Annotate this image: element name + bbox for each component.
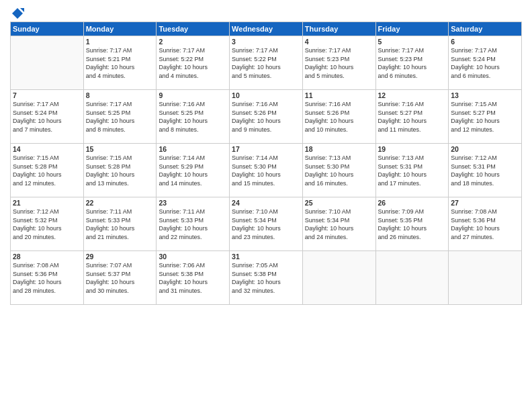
day-number: 7: [13, 91, 81, 99]
day-number: 23: [159, 199, 227, 207]
day-info: Sunrise: 7:17 AM Sunset: 5:24 PM Dayligh…: [13, 100, 81, 134]
day-number: 9: [159, 91, 227, 99]
day-info: Sunrise: 7:14 AM Sunset: 5:30 PM Dayligh…: [232, 154, 300, 187]
day-number: 17: [232, 145, 300, 153]
calendar-cell: 1Sunrise: 7:17 AM Sunset: 5:21 PM Daylig…: [83, 36, 157, 90]
day-info: Sunrise: 7:17 AM Sunset: 5:25 PM Dayligh…: [86, 100, 154, 134]
calendar-cell: 17Sunrise: 7:14 AM Sunset: 5:30 PM Dayli…: [230, 144, 303, 197]
day-info: Sunrise: 7:16 AM Sunset: 5:26 PM Dayligh…: [305, 100, 373, 134]
calendar-cell: 9Sunrise: 7:16 AM Sunset: 5:25 PM Daylig…: [157, 90, 230, 144]
calendar-cell: 7Sunrise: 7:17 AM Sunset: 5:24 PM Daylig…: [11, 90, 84, 144]
calendar-cell: [11, 36, 84, 90]
day-number: 22: [86, 199, 154, 207]
header: [10, 7, 522, 17]
day-number: 13: [451, 91, 519, 99]
day-number: 11: [305, 91, 373, 99]
calendar-header-sunday: Sunday: [11, 22, 84, 36]
calendar-cell: 16Sunrise: 7:14 AM Sunset: 5:29 PM Dayli…: [157, 144, 230, 197]
day-number: 4: [305, 38, 373, 46]
calendar-week-row: 21Sunrise: 7:12 AM Sunset: 5:32 PM Dayli…: [11, 197, 522, 251]
calendar-week-row: 7Sunrise: 7:17 AM Sunset: 5:24 PM Daylig…: [11, 90, 522, 144]
calendar-cell: 3Sunrise: 7:17 AM Sunset: 5:22 PM Daylig…: [230, 36, 303, 90]
calendar-cell: [375, 251, 449, 305]
calendar-header-wednesday: Wednesday: [230, 22, 303, 36]
day-info: Sunrise: 7:13 AM Sunset: 5:30 PM Dayligh…: [305, 154, 373, 187]
day-number: 3: [232, 38, 300, 46]
day-number: 10: [232, 91, 300, 99]
day-info: Sunrise: 7:17 AM Sunset: 5:22 PM Dayligh…: [232, 46, 300, 80]
day-info: Sunrise: 7:17 AM Sunset: 5:22 PM Dayligh…: [159, 46, 227, 80]
day-number: 24: [232, 199, 300, 207]
calendar-cell: 31Sunrise: 7:05 AM Sunset: 5:38 PM Dayli…: [230, 251, 303, 305]
calendar-cell: 28Sunrise: 7:08 AM Sunset: 5:36 PM Dayli…: [11, 251, 84, 305]
calendar-cell: 19Sunrise: 7:13 AM Sunset: 5:31 PM Dayli…: [375, 144, 449, 197]
day-number: 1: [86, 38, 154, 46]
calendar-cell: 8Sunrise: 7:17 AM Sunset: 5:25 PM Daylig…: [83, 90, 157, 144]
day-info: Sunrise: 7:11 AM Sunset: 5:33 PM Dayligh…: [86, 208, 154, 241]
calendar-cell: [449, 251, 522, 305]
calendar-week-row: 28Sunrise: 7:08 AM Sunset: 5:36 PM Dayli…: [11, 251, 522, 305]
day-info: Sunrise: 7:12 AM Sunset: 5:31 PM Dayligh…: [451, 154, 519, 187]
calendar-cell: 25Sunrise: 7:10 AM Sunset: 5:34 PM Dayli…: [302, 197, 375, 251]
day-info: Sunrise: 7:15 AM Sunset: 5:28 PM Dayligh…: [13, 154, 81, 187]
day-number: 8: [86, 91, 154, 99]
calendar-header-saturday: Saturday: [449, 22, 522, 36]
calendar-cell: 5Sunrise: 7:17 AM Sunset: 5:23 PM Daylig…: [375, 36, 449, 90]
calendar-header-row: SundayMondayTuesdayWednesdayThursdayFrid…: [11, 22, 522, 36]
calendar-cell: 6Sunrise: 7:17 AM Sunset: 5:24 PM Daylig…: [449, 36, 522, 90]
day-number: 31: [232, 253, 300, 261]
calendar-header-tuesday: Tuesday: [157, 22, 230, 36]
day-number: 26: [378, 199, 447, 207]
day-number: 18: [305, 145, 373, 153]
calendar-cell: 27Sunrise: 7:08 AM Sunset: 5:36 PM Dayli…: [449, 197, 522, 251]
day-info: Sunrise: 7:05 AM Sunset: 5:38 PM Dayligh…: [232, 261, 300, 295]
day-number: 15: [86, 145, 154, 153]
day-number: 19: [378, 145, 447, 153]
calendar-cell: 11Sunrise: 7:16 AM Sunset: 5:26 PM Dayli…: [302, 90, 375, 144]
calendar-header-thursday: Thursday: [302, 22, 375, 36]
day-number: 2: [159, 38, 227, 46]
calendar-cell: 22Sunrise: 7:11 AM Sunset: 5:33 PM Dayli…: [83, 197, 157, 251]
day-info: Sunrise: 7:10 AM Sunset: 5:34 PM Dayligh…: [305, 208, 373, 241]
day-number: 25: [305, 199, 373, 207]
logo-icon: [11, 7, 24, 20]
day-number: 20: [451, 145, 519, 153]
calendar-cell: 14Sunrise: 7:15 AM Sunset: 5:28 PM Dayli…: [11, 144, 84, 197]
calendar-cell: 29Sunrise: 7:07 AM Sunset: 5:37 PM Dayli…: [83, 251, 157, 305]
day-info: Sunrise: 7:06 AM Sunset: 5:38 PM Dayligh…: [159, 261, 227, 295]
day-info: Sunrise: 7:11 AM Sunset: 5:33 PM Dayligh…: [159, 208, 227, 241]
day-number: 27: [451, 199, 519, 207]
day-info: Sunrise: 7:14 AM Sunset: 5:29 PM Dayligh…: [159, 154, 227, 187]
day-info: Sunrise: 7:16 AM Sunset: 5:25 PM Dayligh…: [159, 100, 227, 134]
calendar-body: 1Sunrise: 7:17 AM Sunset: 5:21 PM Daylig…: [11, 36, 522, 305]
calendar-cell: 18Sunrise: 7:13 AM Sunset: 5:30 PM Dayli…: [302, 144, 375, 197]
day-info: Sunrise: 7:10 AM Sunset: 5:34 PM Dayligh…: [232, 208, 300, 241]
calendar-cell: [302, 251, 375, 305]
day-number: 14: [13, 145, 81, 153]
day-info: Sunrise: 7:16 AM Sunset: 5:26 PM Dayligh…: [232, 100, 300, 134]
calendar-week-row: 1Sunrise: 7:17 AM Sunset: 5:21 PM Daylig…: [11, 36, 522, 90]
day-info: Sunrise: 7:07 AM Sunset: 5:37 PM Dayligh…: [86, 261, 154, 295]
day-info: Sunrise: 7:12 AM Sunset: 5:32 PM Dayligh…: [13, 208, 81, 241]
calendar-cell: 15Sunrise: 7:15 AM Sunset: 5:28 PM Dayli…: [83, 144, 157, 197]
day-info: Sunrise: 7:08 AM Sunset: 5:36 PM Dayligh…: [13, 261, 81, 295]
day-info: Sunrise: 7:08 AM Sunset: 5:36 PM Dayligh…: [451, 208, 519, 241]
day-info: Sunrise: 7:17 AM Sunset: 5:23 PM Dayligh…: [378, 46, 447, 80]
day-info: Sunrise: 7:17 AM Sunset: 5:23 PM Dayligh…: [305, 46, 373, 80]
page: SundayMondayTuesdayWednesdayThursdayFrid…: [0, 0, 532, 411]
day-number: 16: [159, 145, 227, 153]
day-info: Sunrise: 7:13 AM Sunset: 5:31 PM Dayligh…: [378, 154, 447, 187]
calendar-cell: 30Sunrise: 7:06 AM Sunset: 5:38 PM Dayli…: [157, 251, 230, 305]
day-number: 29: [86, 253, 154, 261]
day-number: 12: [378, 91, 447, 99]
day-number: 21: [13, 199, 81, 207]
calendar-cell: 21Sunrise: 7:12 AM Sunset: 5:32 PM Dayli…: [11, 197, 84, 251]
day-number: 5: [378, 38, 447, 46]
calendar-table: SundayMondayTuesdayWednesdayThursdayFrid…: [10, 21, 522, 305]
day-info: Sunrise: 7:17 AM Sunset: 5:21 PM Dayligh…: [86, 46, 154, 80]
calendar-header-friday: Friday: [375, 22, 449, 36]
calendar-week-row: 14Sunrise: 7:15 AM Sunset: 5:28 PM Dayli…: [11, 144, 522, 197]
calendar-cell: 26Sunrise: 7:09 AM Sunset: 5:35 PM Dayli…: [375, 197, 449, 251]
calendar-cell: 10Sunrise: 7:16 AM Sunset: 5:26 PM Dayli…: [230, 90, 303, 144]
calendar-cell: 23Sunrise: 7:11 AM Sunset: 5:33 PM Dayli…: [157, 197, 230, 251]
